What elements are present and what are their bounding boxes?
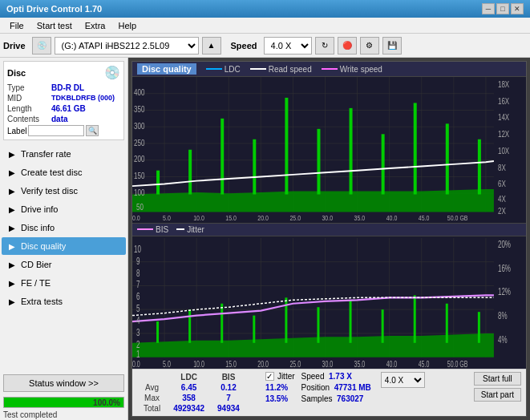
eject-button[interactable]: ▲	[202, 37, 221, 55]
disc-quality-icon: ▶	[6, 240, 18, 252]
speed-row: Speed 1.73 X	[301, 372, 371, 381]
menu-help[interactable]: Help	[111, 19, 143, 32]
svg-text:40.0: 40.0	[386, 214, 398, 222]
svg-text:50: 50	[136, 203, 144, 212]
svg-text:0.0: 0.0	[132, 214, 140, 222]
disc-label-input[interactable]	[28, 125, 84, 136]
sidebar: Disc 💿 Type BD-R DL MID TDKBLDRFB (000) …	[0, 58, 128, 420]
extra-tests-icon: ▶	[6, 296, 18, 307]
svg-text:20%: 20%	[498, 239, 511, 249]
svg-text:10.0: 10.0	[193, 359, 204, 369]
svg-rect-77	[188, 309, 191, 343]
disc-type-row: Type BD-R DL	[7, 83, 120, 92]
svg-rect-82	[350, 300, 352, 343]
charts-wrapper: 400 350 300 250 200 150 100 50 18X 16X 1…	[132, 77, 526, 369]
svg-rect-24	[285, 98, 288, 195]
drive-icon: 💿	[32, 37, 51, 55]
position-label: Position	[301, 383, 330, 392]
svg-text:8X: 8X	[498, 164, 506, 172]
status-text: Test completed	[0, 410, 127, 420]
start-buttons: Start full Start part	[474, 372, 521, 402]
window-controls: ─ □ ✕	[482, 3, 524, 14]
chart-header: Disc quality LDC Read speed Write speed	[132, 62, 526, 77]
disc-panel-icon: 💿	[104, 65, 120, 80]
drive-select[interactable]: (G:) ATAPI iHBS212 2.5L09	[55, 37, 199, 55]
svg-text:25.0: 25.0	[289, 214, 301, 222]
svg-text:10X: 10X	[498, 147, 509, 155]
refresh-button[interactable]: ↻	[315, 37, 334, 55]
sidebar-item-cd-bier[interactable]: ▶ CD Bier	[2, 256, 126, 273]
chart-top: 400 350 300 250 200 150 100 50 18X 16X 1…	[132, 77, 526, 224]
chart-bottom-svg: 10 9 8 7 6 5 4 3 2 1 20% 16% 12%	[132, 238, 526, 370]
disc-type-value: BD-R DL	[51, 83, 84, 92]
sidebar-item-transfer-rate[interactable]: ▶ Transfer rate	[2, 145, 126, 163]
options-button[interactable]: ⚙	[360, 37, 379, 55]
svg-rect-21	[188, 150, 192, 195]
chart-top-svg: 400 350 300 250 200 150 100 50 18X 16X 1…	[132, 77, 526, 223]
verify-test-disc-icon: ▶	[6, 185, 18, 196]
legend-write-speed: Write speed	[322, 65, 382, 74]
bis-header: BIS	[211, 372, 246, 382]
svg-text:12%: 12%	[498, 286, 511, 297]
avg-bis: 0.12	[211, 382, 246, 393]
speed-header: Speed	[301, 372, 327, 381]
title-bar: Opti Drive Control 1.70 ─ □ ✕	[0, 0, 530, 18]
close-button[interactable]: ✕	[511, 3, 524, 14]
svg-rect-30	[478, 139, 481, 195]
menu-bar: File Start test Extra Help	[0, 18, 530, 34]
svg-text:0.0: 0.0	[132, 359, 140, 369]
disc-panel-title: Disc	[7, 68, 26, 78]
svg-rect-84	[414, 295, 416, 342]
avg-jitter-row: 11.2%	[265, 383, 295, 392]
sidebar-item-label-disc-quality: Disc quality	[21, 241, 66, 251]
burn-button[interactable]: 🔴	[338, 37, 357, 55]
sidebar-menu: ▶ Transfer rate ▶ Create test disc ▶ Ver…	[0, 143, 127, 371]
minimize-button[interactable]: ─	[482, 3, 495, 14]
svg-text:30.0: 30.0	[322, 214, 333, 222]
status-window-button[interactable]: Status window >>	[3, 374, 124, 392]
menu-file[interactable]: File	[3, 19, 30, 32]
svg-text:35.0: 35.0	[354, 359, 366, 369]
svg-rect-81	[317, 307, 319, 343]
sidebar-item-label-cd-bier: CD Bier	[21, 260, 52, 269]
sidebar-item-verify-test-disc[interactable]: ▶ Verify test disc	[2, 182, 126, 200]
speed-label: Speed	[231, 41, 257, 50]
save-button[interactable]: 💾	[382, 37, 402, 55]
speed-dropdown[interactable]: 4.0 X	[381, 372, 425, 388]
sidebar-item-label-verify-test-disc: Verify test disc	[21, 186, 78, 196]
sidebar-item-disc-info[interactable]: ▶ Disc info	[2, 219, 126, 236]
chart-title: Disc quality	[137, 63, 196, 75]
drive-info-icon: ▶	[6, 204, 18, 215]
speed-select[interactable]: 4.0 X	[264, 37, 312, 55]
menu-start-test[interactable]: Start test	[30, 19, 79, 32]
sidebar-item-fe-te[interactable]: ▶ FE / TE	[2, 274, 126, 292]
svg-text:10.0: 10.0	[193, 214, 204, 222]
disc-info-icon: ▶	[6, 222, 18, 233]
svg-text:8%: 8%	[498, 310, 508, 321]
samples-value: 763027	[337, 394, 363, 403]
svg-rect-25	[317, 129, 320, 195]
sidebar-item-create-test-disc[interactable]: ▶ Create test disc	[2, 164, 126, 181]
svg-text:150: 150	[134, 172, 144, 180]
svg-text:16X: 16X	[498, 97, 509, 106]
svg-text:6X: 6X	[498, 180, 506, 188]
avg-ldc: 6.45	[167, 382, 211, 393]
maximize-button[interactable]: □	[496, 3, 509, 14]
sidebar-item-disc-quality[interactable]: ▶ Disc quality	[2, 237, 126, 255]
start-full-button[interactable]: Start full	[474, 372, 521, 386]
start-part-button[interactable]: Start part	[474, 388, 521, 402]
transfer-rate-icon: ▶	[6, 148, 18, 160]
svg-text:8: 8	[136, 268, 140, 278]
svg-rect-83	[382, 309, 384, 343]
jitter-checkbox[interactable]: ✓	[265, 372, 274, 381]
sidebar-item-label-create-test-disc: Create test disc	[21, 168, 82, 177]
sidebar-item-label-transfer-rate: Transfer rate	[21, 149, 71, 159]
disc-label-btn[interactable]: 🔍	[86, 125, 99, 136]
drive-label: Drive	[3, 41, 26, 50]
svg-text:300: 300	[134, 122, 144, 131]
sidebar-item-drive-info[interactable]: ▶ Drive info	[2, 200, 126, 218]
max-jitter-row: 13.5%	[265, 394, 295, 403]
svg-rect-29	[446, 123, 449, 194]
sidebar-item-extra-tests[interactable]: ▶ Extra tests	[2, 293, 126, 310]
menu-extra[interactable]: Extra	[79, 19, 112, 32]
